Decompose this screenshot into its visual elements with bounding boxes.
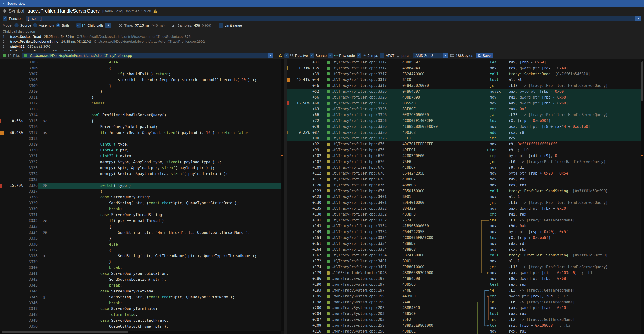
asm-line[interactable]: +161…t\TracyProfiler.cpp:3334488BD7movrd… xyxy=(287,241,641,247)
source-line[interactable]: 3336 else xyxy=(0,242,284,247)
asm-line[interactable]: +112…t\TracyProfiler.hpp:676C64424205Emo… xyxy=(287,170,641,176)
child-call-row[interactable]: 4.KeSynchronizeExecution125 μs (0.27%) xyxy=(2,49,642,51)
asm-line[interactable]: +149…t\TracyProfiler.cpp:3334C64424205Fm… xyxy=(287,229,641,235)
source-line[interactable]: 3323 memcpy( &ptr, &payload.ptr, sizeof(… xyxy=(0,165,284,171)
asm-line[interactable]: +72…t\TracyProfiler.cpp:33264C8D05F146F2… xyxy=(287,118,641,124)
asm-line[interactable]: +120…t\TracyProfiler.hpp:676488BCBmovrcx… xyxy=(287,182,641,188)
source-line[interactable]: 3332@3 if( ptr == m_mainThread ) xyxy=(0,218,284,224)
asm-line[interactable]: +130…t\TracyProfiler.cpp:3401E9E4010000j… xyxy=(287,200,641,206)
asm-line[interactable]: 1.31%+35…t\TracyProfiler.cpp:3317488B494… xyxy=(287,65,641,71)
asm-line[interactable]: +207…mon\TracySystem.cpp:20375F2jne.L2 -… xyxy=(287,317,641,323)
asm-line[interactable]: +154…t\TracyProfiler.cpp:33344C8D055FBA0… xyxy=(287,235,641,241)
asm-line[interactable]: +90…t\TracyProfiler.cpp:3326FFE1jmprcx xyxy=(287,135,641,141)
asm-line[interactable]: +204…mon\TracySystem.cpp:2034885C0testra… xyxy=(287,311,641,317)
asm-line[interactable]: +79…t\TracyProfiler.cpp:3326418B8C80E0BF… xyxy=(287,124,641,130)
source-line[interactable]: 3347 case ServerQueryTerminate: xyxy=(0,306,284,312)
source-line[interactable]: 3335 } xyxy=(0,236,284,242)
chevron-down-icon[interactable]: ▼ xyxy=(442,53,448,58)
source-line[interactable]: 3306 { xyxy=(0,65,284,71)
scrollbar-thumb[interactable] xyxy=(2,331,128,333)
source-line[interactable]: 3340 break; xyxy=(0,265,284,271)
source-line[interactable]: 15.79%3326@9 switch( type ) xyxy=(0,183,284,189)
file-combo[interactable]: C:\Users\wolf\Desktop\darkrl\contrib\tra… xyxy=(22,53,274,58)
source-line[interactable]: 3319 uint8_t type; xyxy=(0,142,284,148)
child-calls-checkbox[interactable]: ✓ Child calls xyxy=(76,23,104,28)
asm-line[interactable]: +186…mon\TracySystem.cpp:197448B4598movr… xyxy=(287,276,641,282)
asm-line[interactable]: +128…t\TracyProfiler.cpp:3401B001moval, … xyxy=(287,194,641,200)
asm-line[interactable]: 15.50%+60…t\TracyProfiler.cpp:33268B55A0… xyxy=(287,101,641,106)
source-line[interactable]: 3322 memcpy( &type, &payload.type, sizeo… xyxy=(0,159,284,165)
asm-line[interactable]: +172…t\TracyProfiler.cpp:3401B001moval, … xyxy=(287,258,641,264)
asm-line[interactable]: +107…t\TracyProfiler.hpp:67675F6jne.L0 -… xyxy=(287,159,641,165)
source-line[interactable]: 0.66%3315@7{ xyxy=(0,118,284,124)
pane-divider[interactable] xyxy=(284,59,287,334)
asm-line[interactable]: +209…mon\TracySystem.cpp:258488D35E88610… xyxy=(287,323,641,329)
source-vertical-scrollbar[interactable] xyxy=(281,59,284,331)
source-line[interactable]: 3313 xyxy=(0,106,284,112)
asm-line[interactable]: 0.22%+87…t\TracyProfiler.cpp:33264903C8a… xyxy=(287,130,641,136)
source-line[interactable]: 3345@1 SendString( ptr, (const char*)ptr… xyxy=(0,294,284,300)
asm-line[interactable]: +193…mon\TracySystem.cpp:197740Eje.L3 ->… xyxy=(287,288,641,293)
asm-line[interactable]: +216…mon\TracySystem.cpp:258488BCEmovrcx… xyxy=(287,329,641,334)
limit-range-checkbox[interactable]: Limit range xyxy=(219,23,242,28)
source-line[interactable]: 3307 if( shouldExit ) return; xyxy=(0,71,284,77)
uarch-combo[interactable]: AMD Zen 3 ▼ xyxy=(413,53,448,58)
raw-code-checkbox[interactable]: ✓ Raw code xyxy=(328,53,355,58)
source-line[interactable]: 3327 { xyxy=(0,189,284,195)
source-line[interactable]: 3342 SendSourceLocation( ptr ); xyxy=(0,277,284,283)
source-line[interactable]: 3321 uint32_t extra; xyxy=(0,153,284,159)
asm-line[interactable]: +167…t\TracyProfiler.cpp:3334E824160000c… xyxy=(287,252,641,258)
source-line[interactable]: 3333 { xyxy=(0,224,284,230)
mode-radio-both[interactable]: Both xyxy=(56,23,69,27)
source-line[interactable]: 3310 } xyxy=(0,89,284,95)
scrollbar-thumb[interactable] xyxy=(642,61,643,101)
child-calls-mode-button[interactable] xyxy=(105,23,112,28)
collapse-icon[interactable]: ▼ xyxy=(2,2,5,5)
asm-line[interactable]: +179…1103\include\atomic:1048488B05B63C1… xyxy=(287,270,641,276)
source-line[interactable]: 3316 ServerQueryPacket payload; xyxy=(0,124,284,130)
asm-line[interactable]: +174…t\TracyProfiler.cpp:3401E9B8010000j… xyxy=(287,264,641,270)
source-line[interactable]: 3324 memcpy( &extra, &payload.extra, siz… xyxy=(0,171,284,177)
asm-line[interactable]: +99…t\TracyProfiler.hpp:67649FFC1incr9 ;… xyxy=(287,147,641,153)
source-line[interactable]: 3312#endif xyxy=(0,101,284,106)
source-line[interactable]: 3348 return false; xyxy=(0,312,284,318)
asm-line[interactable]: +123…t\TracyProfiler.hpp:676E850160000ca… xyxy=(287,188,641,194)
source-line[interactable]: 3330 break; xyxy=(0,206,284,212)
source-line[interactable]: 3318 xyxy=(0,136,284,142)
source-line[interactable]: 3339 } xyxy=(0,259,284,265)
window-titlebar[interactable]: ▼ Source view xyxy=(0,0,644,7)
asm-line[interactable]: +141…t\TracyProfiler.cpp:33327524jne.L1 … xyxy=(287,217,641,223)
source-line[interactable]: 3346 break; xyxy=(0,300,284,306)
source-line[interactable]: 3308 std::this_thread::sleep_for( std::c… xyxy=(0,77,284,83)
function-checkbox[interactable]: ✓ xyxy=(2,16,7,21)
source-line[interactable]: 3320 uint64_t ptr; xyxy=(0,148,284,153)
chevron-down-icon[interactable]: ▼ xyxy=(636,15,642,21)
att-checkbox[interactable]: AT&T xyxy=(380,53,394,58)
source-checkbox[interactable]: ✓ Source xyxy=(310,53,327,58)
asm-line[interactable]: +92…t\TracyProfiler.hpp:67649C7C1FFFFFFF… xyxy=(287,141,641,147)
asm-line[interactable]: 45.41%+44…t\TracyProfiler.cpp:331784C0te… xyxy=(287,77,641,83)
child-call-row[interactable]: 3.stat64i32625 μs (1.36%) xyxy=(2,44,642,49)
asm-line[interactable]: +135…t\TracyProfiler.cpp:33328B4320movea… xyxy=(287,206,641,212)
child-call-row[interactable]: 2.tracy::Profiler::SendLongString19.88 m… xyxy=(2,39,642,44)
save-button[interactable]: Save xyxy=(476,53,493,58)
mode-radio-source[interactable]: Source xyxy=(14,23,32,27)
asm-line[interactable]: +164…t\TracyProfiler.cpp:3334488BCBmovrc… xyxy=(287,247,641,253)
source-line[interactable]: 3344 case ServerQueryPlotName: xyxy=(0,289,284,294)
source-horizontal-scrollbar[interactable] xyxy=(0,331,281,334)
source-line[interactable]: 3328 case ServerQueryString: xyxy=(0,194,284,200)
mode-radio-assembly[interactable]: Assembly xyxy=(33,23,54,27)
asm-line[interactable]: +46…t\TracyProfiler.cpp:33170F8435020000… xyxy=(287,83,641,89)
asm-line[interactable]: +56…t\TracyProfiler.cpp:3326488B7D98movr… xyxy=(287,95,641,101)
source-line[interactable]: 3311} xyxy=(0,95,284,101)
source-line[interactable]: 3325 xyxy=(0,177,284,183)
source-line[interactable]: 3343 break; xyxy=(0,283,284,289)
asm-line[interactable]: +198…mon\TracySystem.cpp:199744Cje.L6 ->… xyxy=(287,299,641,305)
asm-line[interactable]: +109…t\TracyProfiler.hpp:6764C8BC7movr8,… xyxy=(287,165,641,170)
relative-checkbox[interactable]: ✓ Relative xyxy=(284,53,308,58)
source-line[interactable]: 46.93%3317@5 if( !m_sock->Read( &payload… xyxy=(0,130,284,136)
jumps-checkbox[interactable]: ✓ Jumps xyxy=(356,53,378,58)
asm-line[interactable]: +195…mon\TracySystem.cpp:199443900cmpdwo… xyxy=(287,293,641,299)
function-combo[interactable]: [ - self - ] ▼ xyxy=(26,15,642,21)
asm-line[interactable]: +143…t\TracyProfiler.cpp:333441B90B00000… xyxy=(287,223,641,229)
